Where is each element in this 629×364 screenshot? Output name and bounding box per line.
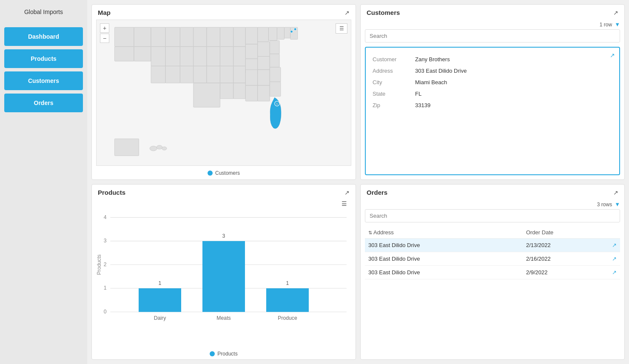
svg-rect-28	[258, 27, 269, 42]
orders-address-header[interactable]: ⇅ Address	[365, 227, 523, 239]
map-panel-header: Map ↗	[92, 5, 356, 20]
svg-rect-13	[194, 27, 207, 47]
orders-expand-icon[interactable]: ↗	[613, 189, 618, 196]
map-expand-icon[interactable]: ↗	[344, 9, 350, 16]
svg-rect-7	[165, 47, 180, 66]
order-row[interactable]: 303 East Dilido Drive2/13/2022 ↗	[365, 239, 620, 252]
zoom-out-button[interactable]: −	[100, 34, 109, 43]
svg-rect-15	[194, 66, 207, 83]
svg-rect-4	[151, 27, 165, 47]
orders-table-header-row: ⇅ Address Order Date	[365, 227, 620, 239]
svg-rect-8	[151, 66, 165, 83]
address-label: Address	[373, 65, 415, 77]
svg-text:Dairy: Dairy	[154, 315, 166, 321]
chart-menu-button[interactable]: ☰	[341, 199, 348, 208]
address-row: Address 303 East Dilido Drive	[373, 65, 612, 77]
products-panel-header: Products ↗	[92, 185, 356, 199]
svg-text:3: 3	[104, 238, 107, 244]
svg-rect-22	[233, 27, 246, 47]
svg-rect-41	[258, 70, 270, 85]
svg-rect-31	[285, 27, 290, 38]
sidebar: Global Imports Dashboard Products Custom…	[0, 0, 87, 364]
customers-panel-header: Customers ↗	[361, 5, 624, 20]
orders-button[interactable]: Orders	[4, 94, 83, 112]
svg-rect-40	[245, 85, 258, 101]
products-legend-dot	[210, 351, 215, 356]
customer-row: Customer Zany Brothers	[373, 54, 612, 65]
svg-rect-24	[233, 66, 246, 83]
svg-text:1: 1	[286, 280, 289, 286]
customers-title: Customers	[367, 9, 400, 16]
svg-rect-1	[134, 27, 151, 47]
svg-rect-20	[220, 47, 233, 66]
svg-rect-35	[258, 57, 270, 70]
products-button[interactable]: Products	[4, 49, 83, 68]
order-row[interactable]: 303 East Dilido Drive2/9/2022 ↗	[365, 266, 620, 279]
produce-bar[interactable]	[266, 288, 309, 312]
products-panel: Products ↗ ☰ 4 3 2 1 0 Products	[91, 184, 356, 360]
products-legend-label: Products	[217, 351, 237, 357]
svg-text:Produce: Produce	[278, 315, 297, 321]
zip-row: Zip 33139	[373, 100, 612, 111]
customers-filter-icon[interactable]: ▼	[615, 21, 620, 28]
products-legend: Products	[92, 349, 356, 359]
order-row-link[interactable]: ↗	[612, 269, 617, 276]
order-row-link[interactable]: ↗	[612, 242, 617, 248]
zoom-in-button[interactable]: +	[100, 23, 109, 33]
order-row-link[interactable]: ↗	[612, 256, 617, 262]
bar-chart-svg: 4 3 2 1 0 Products 1 Dairy 3	[96, 199, 351, 335]
customers-expand-icon[interactable]: ↗	[613, 9, 618, 16]
dairy-bar[interactable]	[139, 288, 181, 312]
svg-rect-30	[277, 27, 284, 40]
customers-search-input[interactable]	[365, 29, 620, 43]
map-container[interactable]: + − ☰	[96, 20, 351, 166]
state-label: State	[373, 88, 415, 100]
svg-rect-14	[194, 47, 207, 66]
city-value: Miami Beach	[415, 77, 612, 88]
products-expand-icon[interactable]: ↗	[344, 189, 350, 196]
svg-rect-9	[165, 66, 180, 83]
svg-text:Products: Products	[96, 254, 102, 275]
svg-point-52	[157, 145, 162, 149]
chart-container: ☰ 4 3 2 1 0 Products 1 Dairy	[92, 199, 356, 349]
svg-rect-10	[180, 27, 193, 47]
svg-text:2: 2	[104, 262, 107, 267]
svg-point-53	[162, 147, 167, 150]
customers-panel: Customers ↗ 1 row ▼ ↗ Customer Zany Brot…	[360, 4, 625, 180]
state-row: State FL	[373, 88, 612, 100]
map-legend: Customers	[92, 168, 356, 179]
customers-body: 1 row ▼ ↗ Customer Zany Brothers Address…	[361, 20, 624, 179]
svg-rect-19	[220, 27, 233, 47]
svg-rect-43	[194, 83, 220, 107]
svg-rect-6	[151, 47, 165, 66]
meats-bar[interactable]	[202, 241, 245, 312]
order-row[interactable]: 303 East Dilido Drive2/16/2022 ↗	[365, 252, 620, 266]
svg-rect-34	[270, 40, 279, 54]
orders-table-body: 303 East Dilido Drive2/13/2022 ↗303 East…	[365, 239, 620, 279]
svg-rect-11	[180, 47, 193, 66]
svg-rect-3	[134, 47, 151, 61]
svg-rect-37	[220, 83, 233, 99]
customer-card-link-icon[interactable]: ↗	[610, 52, 615, 59]
address-value: 303 East Dilido Drive	[415, 65, 612, 77]
city-row: City Miami Beach	[373, 77, 612, 88]
svg-text:1: 1	[159, 280, 162, 286]
svg-rect-44	[270, 67, 281, 82]
customers-button[interactable]: Customers	[4, 71, 83, 90]
svg-rect-18	[207, 66, 220, 83]
app-title: Global Imports	[24, 9, 63, 15]
svg-rect-38	[233, 83, 246, 99]
svg-rect-26	[245, 44, 258, 59]
orders-body: 3 rows ▼ ⇅ Address Order Date	[361, 199, 624, 359]
svg-rect-50	[115, 139, 139, 156]
orders-filter-icon[interactable]: ▼	[615, 201, 620, 208]
customers-row-count: 1 row	[600, 22, 612, 28]
orders-date-header[interactable]: Order Date	[523, 227, 620, 239]
order-date: 2/13/2022 ↗	[523, 239, 620, 252]
orders-search-input[interactable]	[365, 209, 620, 222]
map-menu-button[interactable]: ☰	[336, 23, 347, 34]
svg-point-49	[294, 28, 296, 31]
orders-table: ⇅ Address Order Date 303 East Dilido Dri…	[365, 227, 620, 279]
order-date: 2/16/2022 ↗	[523, 252, 620, 266]
dashboard-button[interactable]: Dashboard	[4, 27, 83, 46]
